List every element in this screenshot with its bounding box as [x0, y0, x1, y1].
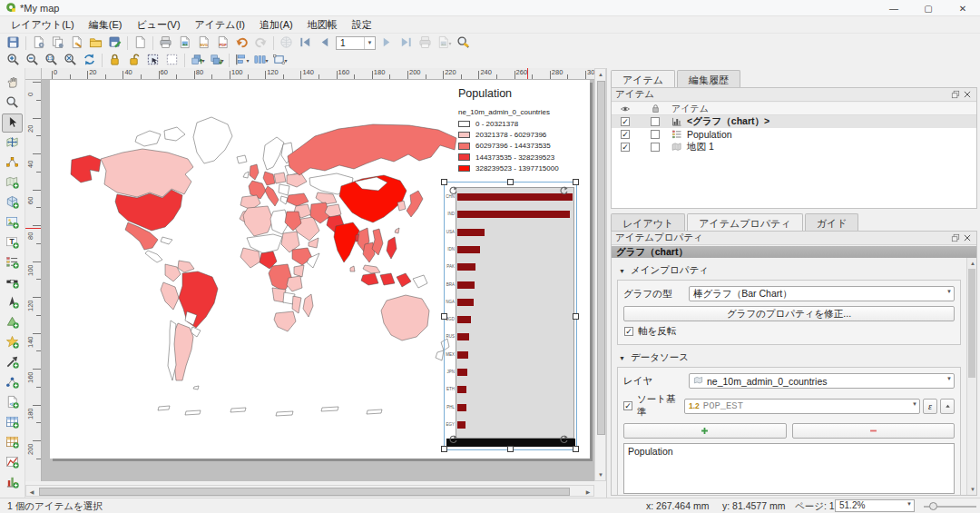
scroll-right-icon[interactable]: ▶ [583, 486, 593, 497]
remove-series-button[interactable] [792, 423, 956, 439]
add-shape-button[interactable] [2, 313, 23, 332]
close-button[interactable]: ✕ [946, 0, 980, 16]
pan-layout-button[interactable] [2, 74, 23, 93]
selection-handle[interactable] [441, 446, 447, 452]
add-html-button[interactable]: </> [2, 393, 23, 412]
item-visibility-checkbox[interactable] [621, 143, 630, 152]
add-scalebar-button[interactable] [2, 273, 23, 292]
lock-selected-items-button[interactable] [105, 52, 124, 69]
atlas-first-feature-button[interactable] [296, 35, 315, 52]
selection-handle[interactable] [507, 179, 514, 185]
close-panel-icon[interactable] [961, 232, 973, 243]
atlas-previous-feature-button[interactable] [315, 35, 334, 52]
move-item-content-button[interactable] [2, 133, 23, 153]
add-picture-button[interactable] [2, 213, 23, 232]
main-properties-section-header[interactable]: ▼ メインプロパティ [619, 264, 961, 277]
item-visibility-checkbox[interactable] [621, 117, 630, 126]
menu-5[interactable]: 地図帳 [300, 16, 345, 34]
vscroll-thumb[interactable] [597, 81, 605, 435]
rotate-handle-icon[interactable] [559, 435, 568, 444]
atlas-preview-button[interactable] [277, 35, 296, 52]
zoom-actual-size-button[interactable]: 1:1 [42, 52, 61, 69]
selection-handle[interactable] [573, 179, 579, 185]
properties-scrollbar[interactable]: ▲ ▼ [966, 258, 976, 495]
selection-handle[interactable] [441, 313, 447, 320]
layout-manager-button[interactable] [67, 35, 86, 52]
raise-selected-items-button[interactable]: ▾ [188, 52, 207, 69]
add-marker-button[interactable] [2, 333, 23, 352]
zoom-in-button[interactable] [4, 52, 23, 69]
item-visibility-checkbox[interactable] [621, 130, 630, 139]
save-project-button[interactable] [4, 35, 23, 52]
zoom-slider[interactable] [924, 506, 976, 508]
select-move-item-button[interactable] [2, 113, 23, 133]
zoom-full-extent-button[interactable] [61, 52, 80, 69]
add-attribute-table-button[interactable] [2, 413, 23, 432]
restore-button[interactable]: ▢ [911, 0, 946, 16]
scroll-down-icon[interactable]: ▼ [967, 484, 978, 495]
zoom-out-button[interactable] [23, 52, 42, 69]
menu-0[interactable]: レイアウト(L) [4, 16, 82, 34]
datasource-section-header[interactable]: ▼ データソース [619, 351, 961, 364]
menu-3[interactable]: アイテム(I) [188, 16, 252, 34]
export-atlas-button[interactable]: ▾ [435, 35, 454, 52]
scroll-left-icon[interactable]: ◀ [26, 486, 37, 497]
layout-page[interactable]: Population ne_10m_admin_0_countries 0 - … [50, 80, 590, 459]
duplicate-layout-button[interactable] [48, 35, 67, 52]
rotate-handle-icon[interactable] [448, 435, 457, 444]
item-lock-checkbox[interactable] [651, 143, 660, 152]
zoom-level-combo[interactable]: 51.2% ▼ [835, 499, 915, 512]
edit-nodes-item-button[interactable] [2, 153, 23, 173]
selection-handle[interactable] [507, 446, 514, 452]
add-elevation-profile-button[interactable] [2, 453, 23, 472]
add-label-button[interactable]: T [2, 233, 23, 252]
print-atlas-button[interactable] [416, 35, 435, 52]
add-series-button[interactable] [623, 423, 787, 439]
add-map-button[interactable] [2, 173, 23, 192]
unlock-all-items-button[interactable] [124, 52, 143, 69]
menu-1[interactable]: 編集(E) [82, 16, 130, 34]
scroll-down-icon[interactable]: ▼ [595, 469, 606, 480]
add-3d-map-button[interactable] [2, 193, 23, 212]
page-setup-button[interactable] [131, 35, 150, 52]
atlas-page-spinbox[interactable]: 1▼ [336, 36, 376, 50]
add-chart-button[interactable] [2, 473, 23, 492]
close-panel-icon[interactable] [961, 89, 973, 100]
layout-canvas[interactable]: Population ne_10m_admin_0_countries 0 - … [42, 80, 594, 481]
add-fixed-table-button[interactable] [2, 433, 23, 452]
print-layout-button[interactable] [156, 35, 175, 52]
align-items-button[interactable]: ▾ [232, 52, 251, 69]
atlas-settings-button[interactable] [454, 35, 473, 52]
menu-6[interactable]: 設定 [345, 16, 379, 34]
deselect-all-items-button[interactable] [162, 52, 181, 69]
add-items-from-template-button[interactable] [86, 35, 105, 52]
invert-axis-checkbox[interactable] [624, 327, 633, 336]
menu-4[interactable]: 追加(A) [252, 16, 300, 34]
zoom-slider-knob[interactable] [929, 502, 937, 510]
rotate-handle-icon[interactable] [448, 186, 457, 195]
item-lock-checkbox[interactable] [651, 130, 660, 139]
chart-type-combo[interactable]: 棒グラフ（Bar Chart） ▼ [689, 286, 955, 301]
new-layout-button[interactable] [29, 35, 48, 52]
lower-selected-items-button[interactable]: ▾ [207, 52, 226, 69]
hscroll-thumb[interactable] [39, 488, 570, 496]
selection-handle[interactable] [573, 446, 579, 452]
minimize-button[interactable]: — [877, 0, 911, 16]
selection-handle[interactable] [441, 179, 447, 185]
export-as-image-button[interactable] [175, 35, 194, 52]
undo-button[interactable] [232, 35, 251, 52]
zoom-tool-button[interactable] [2, 94, 23, 113]
redo-button[interactable] [251, 35, 270, 52]
canvas-horizontal-scrollbar[interactable]: ◀ ▶ [25, 485, 594, 497]
sort-checkbox[interactable] [623, 401, 632, 410]
save-as-template-button[interactable] [105, 35, 124, 52]
atlas-last-feature-button[interactable] [397, 35, 416, 52]
refresh-view-button[interactable] [80, 52, 99, 69]
export-as-pdf-button[interactable]: PDF [213, 35, 232, 52]
item-row-1[interactable]: Population [612, 128, 976, 141]
add-north-arrow-button[interactable] [2, 293, 23, 312]
legend-item[interactable]: Population ne_10m_admin_0_countries 0 - … [458, 87, 585, 175]
export-as-svg-button[interactable]: SVG [194, 35, 213, 52]
float-panel-icon[interactable] [949, 232, 961, 243]
select-all-items-button[interactable] [143, 52, 162, 69]
